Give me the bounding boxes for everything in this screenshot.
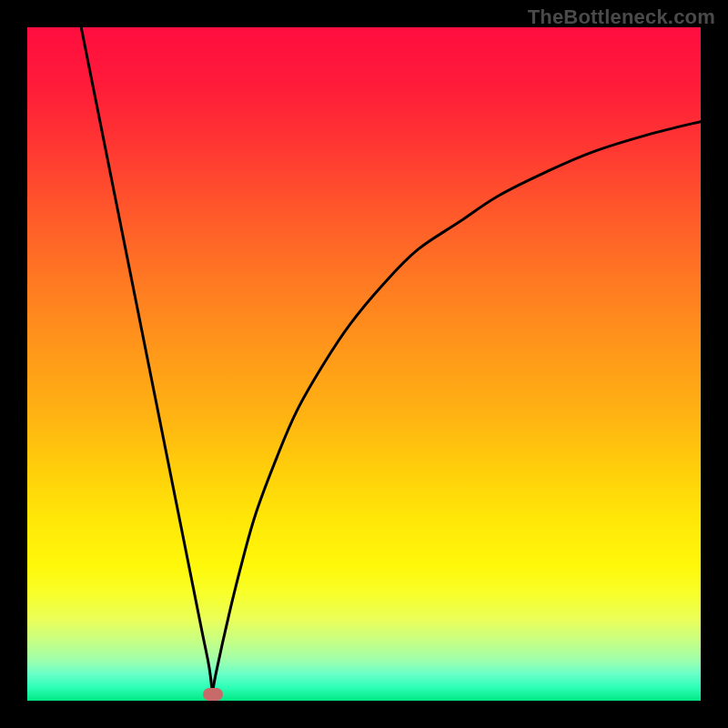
chart-frame: TheBottleneck.com (0, 0, 728, 728)
minimum-marker (203, 688, 223, 701)
bottleneck-curve (27, 27, 701, 701)
watermark-text: TheBottleneck.com (528, 5, 715, 29)
curve-left-branch (81, 27, 212, 694)
plot-area (27, 27, 701, 701)
curve-right-branch (213, 122, 702, 694)
